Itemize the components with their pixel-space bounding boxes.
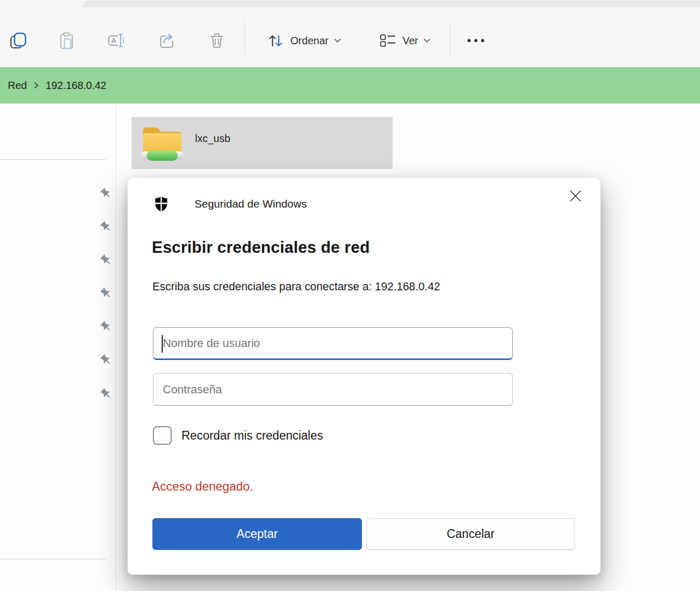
tab-strip [0, 0, 700, 7]
pin-icon[interactable] [100, 354, 112, 366]
remember-credentials-row: Recordar mis credenciales [153, 426, 323, 445]
copy-button[interactable] [6, 28, 31, 53]
svg-text:A: A [111, 36, 116, 45]
view-label: Ver [403, 35, 418, 47]
copy-icon [9, 31, 28, 50]
text-cursor [162, 335, 163, 353]
remember-checkbox[interactable] [153, 426, 172, 445]
error-text: Acceso denegado. [152, 480, 253, 494]
view-button[interactable]: Ver [368, 28, 441, 53]
pin-icon[interactable] [100, 388, 112, 400]
file-name: lxc_usb [195, 133, 230, 145]
breadcrumb-item-host[interactable]: 192.168.0.42 [44, 76, 109, 95]
rename-icon: A [108, 31, 126, 50]
address-bar[interactable]: Red 192.168.0.42 [0, 67, 700, 104]
command-toolbar: A Orden [0, 7, 700, 67]
chevron-down-icon [423, 37, 431, 44]
chevron-right-icon [0, 81, 3, 90]
more-button[interactable] [460, 28, 492, 53]
pin-icon[interactable] [100, 320, 112, 333]
navpane-divider [115, 104, 116, 591]
tab-strip-background [83, 1, 700, 7]
rename-button[interactable]: A [105, 28, 129, 53]
shield-icon [153, 196, 170, 212]
close-icon [569, 190, 581, 202]
pin-icon[interactable] [100, 221, 112, 233]
navpane-section-divider [0, 559, 106, 559]
sort-label: Ordenar [290, 35, 328, 47]
folder-item-lxc-usb[interactable]: lxc_usb [132, 117, 393, 169]
delete-icon [208, 31, 226, 50]
dialog-app-title: Seguridad de Windows [195, 198, 307, 210]
username-field-wrap [153, 327, 513, 360]
password-field-wrap [153, 373, 513, 406]
ok-button[interactable]: Aceptar [152, 518, 362, 550]
username-input[interactable] [153, 327, 513, 360]
paste-button[interactable] [54, 28, 79, 53]
cancel-button[interactable]: Cancelar [367, 518, 575, 550]
paste-icon [57, 31, 76, 50]
chevron-right-icon [32, 81, 41, 90]
share-icon [158, 31, 176, 50]
more-icon [465, 37, 487, 44]
pin-icon[interactable] [100, 287, 112, 300]
chevron-down-icon [334, 37, 341, 44]
toolbar-divider [450, 21, 450, 54]
password-input[interactable] [153, 373, 513, 406]
delete-button[interactable] [204, 28, 229, 53]
dialog-subtitle: Escriba sus credenciales para conectarse… [152, 280, 440, 293]
dialog-header: Seguridad de Windows [153, 196, 307, 212]
sort-icon [267, 32, 284, 49]
dialog-title: Escribir credenciales de red [152, 238, 370, 257]
remember-label: Recordar mis credenciales [182, 429, 323, 443]
toolbar-divider [244, 21, 245, 54]
breadcrumb-item-red[interactable]: Red [6, 76, 29, 95]
view-icon [379, 32, 396, 49]
file-explorer-window: A Orden [0, 0, 700, 591]
close-button[interactable] [564, 184, 587, 207]
navpane-section-divider [0, 159, 106, 160]
pin-icon[interactable] [100, 254, 112, 266]
folder-usb-icon [140, 123, 185, 165]
share-button[interactable] [154, 28, 179, 53]
sort-button[interactable]: Ordenar [256, 28, 353, 53]
windows-security-dialog: Seguridad de Windows Escribir credencial… [127, 177, 601, 575]
pin-icon[interactable] [100, 187, 112, 200]
